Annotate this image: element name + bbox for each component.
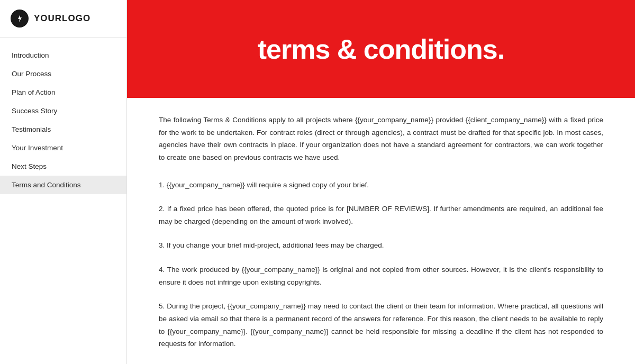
terms-items-container: 1. {{your_company_name}} will require a … bbox=[159, 179, 603, 365]
main-content: terms & conditions. The following Terms … bbox=[127, 0, 635, 364]
logo-area: YOURLOGO bbox=[0, 0, 126, 38]
nav-item-introduction[interactable]: Introduction bbox=[0, 46, 126, 65]
nav-list: IntroductionOur ProcessPlan of ActionSuc… bbox=[0, 38, 126, 203]
nav-item-our-process[interactable]: Our Process bbox=[0, 65, 126, 83]
terms-item-6: 6. {{your_company_name}} requires 30% pa… bbox=[159, 362, 603, 364]
nav-item-your-investment[interactable]: Your Investment bbox=[0, 139, 126, 157]
nav-item-plan-of-action[interactable]: Plan of Action bbox=[0, 83, 126, 102]
hero-title: terms & conditions. bbox=[258, 33, 504, 65]
terms-item-3: 3. If you change your brief mid-project,… bbox=[159, 239, 603, 252]
svg-marker-0 bbox=[18, 15, 22, 22]
nav-item-terms-and-conditions[interactable]: Terms and Conditions bbox=[0, 176, 126, 194]
sidebar: YOURLOGO IntroductionOur ProcessPlan of … bbox=[0, 0, 127, 364]
nav-item-success-story[interactable]: Success Story bbox=[0, 102, 126, 120]
terms-item-1: 1. {{your_company_name}} will require a … bbox=[159, 179, 603, 192]
terms-item-5: 5. During the project, {{your_company_na… bbox=[159, 300, 603, 350]
nav-item-next-steps[interactable]: Next Steps bbox=[0, 157, 126, 176]
hero-banner: terms & conditions. bbox=[127, 0, 635, 98]
content-body: The following Terms & Conditions apply t… bbox=[127, 98, 635, 364]
intro-paragraph: The following Terms & Conditions apply t… bbox=[159, 114, 603, 164]
logo-icon bbox=[11, 10, 29, 28]
logo-text: YOURLOGO bbox=[34, 13, 90, 24]
terms-item-2: 2. If a fixed price has been offered, th… bbox=[159, 203, 603, 228]
nav-item-testimonials[interactable]: Testimonials bbox=[0, 120, 126, 139]
terms-item-4: 4. The work produced by {{your_company_n… bbox=[159, 263, 603, 288]
